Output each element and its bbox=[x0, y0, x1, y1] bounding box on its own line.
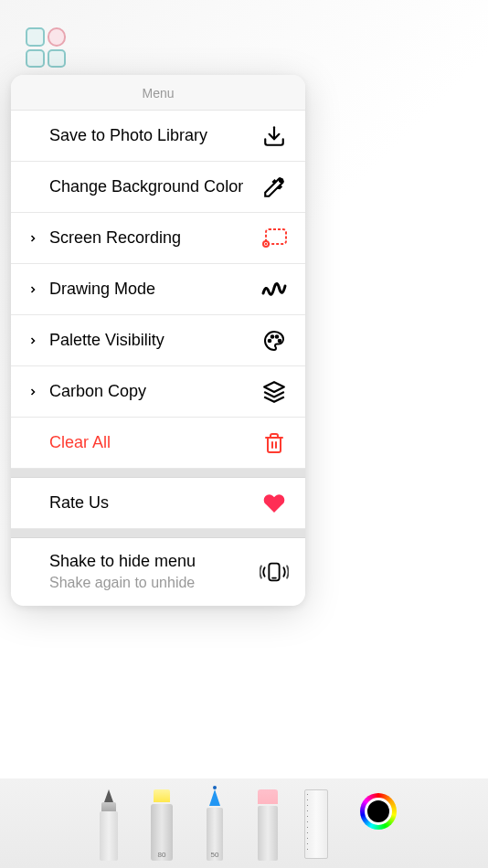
svg-point-9 bbox=[279, 339, 281, 342]
svg-marker-10 bbox=[264, 382, 284, 392]
menu-item-rate-us[interactable]: Rate Us bbox=[11, 478, 305, 529]
menu-item-drawing-mode[interactable]: Drawing Mode bbox=[11, 264, 305, 315]
chevron-right-icon bbox=[24, 284, 42, 295]
svg-rect-2 bbox=[266, 229, 286, 244]
svg-point-5 bbox=[265, 242, 267, 244]
color-picker-button[interactable] bbox=[360, 793, 397, 830]
tool-pen[interactable] bbox=[91, 789, 126, 861]
chevron-right-icon bbox=[24, 233, 42, 244]
shake-subtitle: Shake again to unhide bbox=[49, 574, 260, 593]
heart-icon bbox=[260, 492, 289, 515]
trash-icon bbox=[260, 431, 289, 455]
menu-item-label: Drawing Mode bbox=[49, 279, 260, 300]
record-icon bbox=[260, 228, 289, 249]
menu-item-clear-all[interactable]: Clear All bbox=[11, 418, 305, 469]
tool-eraser[interactable] bbox=[250, 789, 285, 861]
eyedropper-icon bbox=[260, 175, 289, 199]
svg-point-7 bbox=[271, 335, 274, 338]
menu-item-label: Clear All bbox=[49, 432, 260, 453]
svg-point-8 bbox=[276, 335, 279, 338]
menu-item-label: Save to Photo Library bbox=[49, 125, 260, 146]
tool-pencil[interactable] bbox=[197, 789, 232, 861]
download-icon bbox=[260, 124, 289, 148]
shake-label: Shake to hide menu bbox=[49, 552, 196, 570]
layers-icon bbox=[260, 380, 289, 404]
menu-separator bbox=[11, 469, 305, 478]
chevron-right-icon bbox=[24, 335, 42, 346]
scribble-icon bbox=[260, 281, 289, 299]
menu-panel: Menu Save to Photo Library Change Backgr… bbox=[11, 75, 305, 606]
chevron-right-icon bbox=[24, 386, 42, 397]
menu-item-save-photo-library[interactable]: Save to Photo Library bbox=[11, 111, 305, 162]
menu-item-label: Carbon Copy bbox=[49, 381, 260, 402]
svg-point-6 bbox=[269, 339, 271, 342]
tool-highlighter[interactable] bbox=[144, 789, 179, 861]
menu-item-shake-hide[interactable]: Shake to hide menu Shake again to unhide bbox=[11, 538, 305, 606]
vibrate-icon bbox=[260, 560, 289, 584]
drawing-toolbar bbox=[0, 778, 488, 868]
menu-item-label: Palette Visibility bbox=[49, 330, 260, 351]
menu-item-change-bg-color[interactable]: Change Background Color bbox=[11, 162, 305, 213]
menu-separator bbox=[11, 529, 305, 538]
menu-item-carbon-copy[interactable]: Carbon Copy bbox=[11, 366, 305, 418]
app-logo-icon bbox=[26, 27, 66, 68]
menu-item-label: Shake to hide menu Shake again to unhide bbox=[49, 551, 260, 593]
menu-item-label: Screen Recording bbox=[49, 228, 260, 249]
tool-ruler[interactable] bbox=[303, 789, 329, 861]
svg-point-1 bbox=[279, 177, 283, 182]
menu-item-label: Rate Us bbox=[49, 492, 260, 513]
palette-icon bbox=[260, 330, 289, 352]
menu-item-label: Change Background Color bbox=[49, 176, 260, 197]
menu-item-palette-visibility[interactable]: Palette Visibility bbox=[11, 315, 305, 366]
menu-item-screen-recording[interactable]: Screen Recording bbox=[11, 213, 305, 264]
menu-title: Menu bbox=[11, 75, 305, 111]
